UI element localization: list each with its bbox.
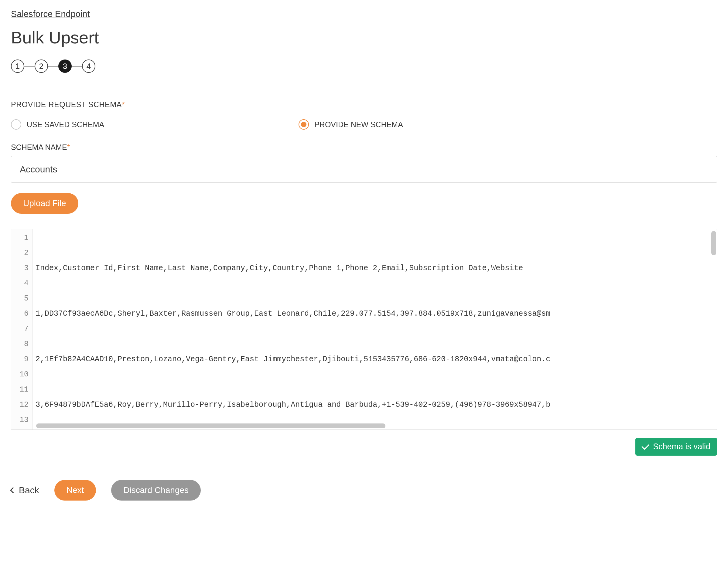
chevron-left-icon: [10, 487, 16, 493]
upload-file-button[interactable]: Upload File: [11, 193, 78, 214]
vertical-scrollbar[interactable]: [711, 231, 716, 255]
radio-provide-new-schema[interactable]: PROVIDE NEW SCHEMA: [298, 119, 403, 130]
step-line: [24, 66, 35, 67]
step-4[interactable]: 4: [82, 59, 95, 73]
horizontal-scrollbar[interactable]: [36, 423, 385, 428]
step-2[interactable]: 2: [35, 59, 48, 73]
required-asterisk-icon: *: [67, 143, 70, 151]
radio-label: PROVIDE NEW SCHEMA: [314, 120, 403, 129]
schema-valid-badge: Schema is valid: [635, 438, 717, 455]
radio-icon: [298, 119, 309, 130]
radio-icon: [11, 119, 21, 130]
code-content[interactable]: Index,Customer Id,First Name,Last Name,C…: [32, 229, 717, 430]
required-asterisk-icon: *: [122, 100, 125, 109]
stepper: 1 2 3 4: [11, 59, 717, 73]
page-title: Bulk Upsert: [11, 28, 717, 47]
schema-name-input[interactable]: [11, 156, 717, 183]
radio-use-saved-schema[interactable]: USE SAVED SCHEMA: [11, 119, 104, 130]
code-editor[interactable]: 1 2 3 4 5 6 7 8 9 10 11 12 13 Index,Cust…: [11, 229, 717, 430]
radio-label: USE SAVED SCHEMA: [27, 120, 104, 129]
check-icon: [642, 442, 649, 449]
schema-name-label: SCHEMA NAME*: [11, 143, 717, 152]
step-3[interactable]: 3: [58, 59, 72, 73]
discard-changes-button[interactable]: Discard Changes: [111, 480, 201, 501]
breadcrumb-salesforce-endpoint[interactable]: Salesforce Endpoint: [11, 9, 90, 19]
line-number-gutter: 1 2 3 4 5 6 7 8 9 10 11 12 13: [11, 229, 32, 430]
next-button[interactable]: Next: [54, 480, 96, 501]
step-line: [72, 66, 82, 67]
step-line: [48, 66, 58, 67]
back-button[interactable]: Back: [11, 485, 39, 495]
request-schema-label: PROVIDE REQUEST SCHEMA*: [11, 100, 717, 109]
step-1[interactable]: 1: [11, 59, 24, 73]
